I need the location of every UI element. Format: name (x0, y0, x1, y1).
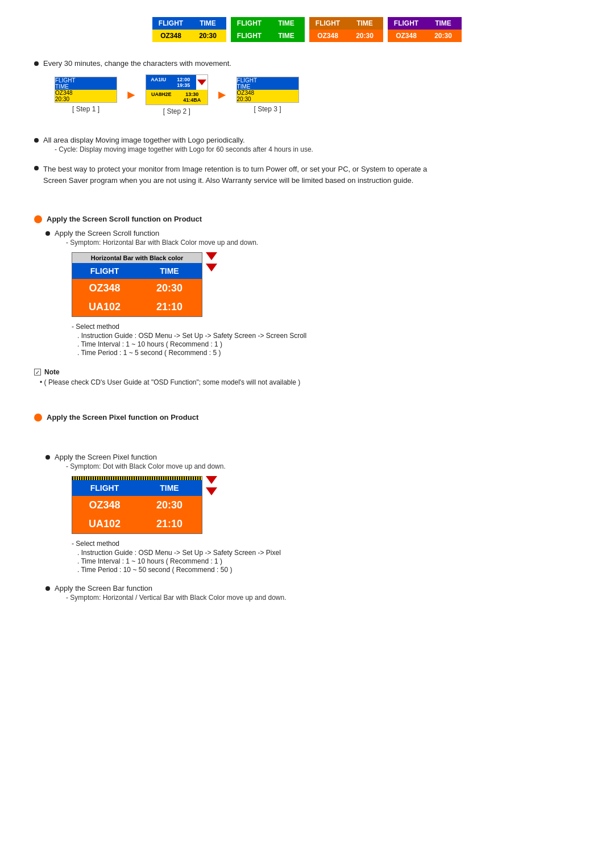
note-content: • ( Please check CD's User Guide at "OSD… (40, 378, 580, 386)
scr-bot-r: 13:3041:4BA (177, 90, 208, 105)
bullet1-text: Every 30 minutes, change the characters … (43, 59, 299, 68)
screen-scroll-title: Apply the Screen Scroll function on Prod… (47, 215, 202, 223)
s3-bot-left: OZ348 (237, 90, 298, 96)
down-arrows-scroll (206, 252, 217, 272)
select-method-scroll: - Select method . Instruction Guide : OS… (72, 323, 306, 357)
scr-top-r: 12:0019:35 (171, 75, 196, 90)
p1-bot-left: OZ348 (152, 30, 189, 42)
step2-label: [ Step 2 ] (163, 107, 190, 115)
px-r2-right: 20:30 (137, 496, 202, 515)
s1-bot-left: OZ348 (55, 90, 117, 96)
sm-title-scroll: - Select method (72, 323, 306, 331)
bar-sub2: Apply the Screen Bar function (55, 584, 287, 592)
step1-label: [ Step 1 ] (72, 105, 99, 113)
step3-label: [ Step 3 ] (254, 105, 281, 113)
p3-top-right: TIME (346, 17, 383, 30)
screen-scroll-content: Apply the Screen Scroll function - Sympt… (45, 229, 580, 362)
scr-bot-l: UA8Н2E (146, 90, 177, 105)
bullet-dot-2 (34, 138, 39, 143)
s3-top-left: FLIGHT (237, 77, 298, 84)
hbar-r2-right: 20:30 (137, 279, 202, 298)
down-arrows-pixel (206, 476, 217, 495)
p2-top-left: FLIGHT (231, 17, 268, 30)
pixel-table: FLIGHT TIME OZ348 20:30 UA102 21:10 (72, 476, 202, 534)
panel-3: FLIGHT TIME OZ348 20:30 (309, 17, 383, 42)
p3-bot-right: 20:30 (346, 30, 383, 42)
scr-top-l: AA1IU (146, 75, 171, 90)
pixel-bullet-dot (45, 455, 50, 460)
hbar-table: Horizontal Bar with Black color FLIGHT T… (72, 252, 202, 317)
bullet3-text: The best way to protect your monitor fro… (43, 164, 430, 186)
bullet-dot-1 (34, 61, 39, 66)
arrow-down-1 (206, 252, 217, 260)
hbar-r2-left: OZ348 (72, 279, 137, 298)
bullet-section-3: The best way to protect your monitor fro… (34, 164, 580, 186)
s1-top-left: FLIGHT (55, 77, 117, 84)
step2-panel: AA1IU 12:0019:35 UA8Н2E 13:3041:4BA (146, 74, 208, 105)
p1-top-right: TIME (189, 17, 226, 30)
screen-pixel-header: Apply the Screen Pixel function on Produ… (34, 413, 580, 422)
px-r3-left: UA102 (72, 515, 137, 533)
hbar-r1-right: TIME (137, 263, 202, 279)
px-arrow-down-1 (206, 476, 217, 484)
step-diagram: FLIGHT TIME OZ348 20:30 [ Step 1 ] ► (55, 74, 299, 115)
bar-symptom: - Symptom: Horizontal / Vertical Bar wit… (66, 594, 287, 602)
s1-bot-right: 20:30 (55, 96, 117, 102)
bullet-section-2: All area display Moving image together w… (34, 136, 580, 153)
p2-bot-right: TIME (268, 30, 305, 42)
sm-line-scroll-3: . Time Period : 1 ~ 5 second ( Recommend… (77, 349, 306, 357)
pixel-row-2: OZ348 20:30 (72, 496, 202, 515)
note-section: ✓ Note • ( Please check CD's User Guide … (34, 368, 580, 386)
panel-2: FLIGHT TIME FLIGHT TIME (231, 17, 305, 42)
panel-4: FLIGHT TIME OZ348 20:30 (388, 17, 462, 42)
bullet-section-1: Every 30 minutes, change the characters … (34, 59, 580, 126)
px-r1-left: FLIGHT (72, 480, 137, 496)
p3-bot-left: OZ348 (309, 30, 346, 42)
p4-bot-left: OZ348 (388, 30, 425, 42)
select-method-pixel: - Select method . Instruction Guide : OS… (72, 540, 281, 574)
step2-box: AA1IU 12:0019:35 UA8Н2E 13:3041:4BA [ St… (146, 74, 208, 115)
step3-box: FLIGHT TIME OZ348 20:30 [ Step 3 ] (237, 77, 299, 113)
p2-bot-left: FLIGHT (231, 30, 268, 42)
sm-line-pixel-1: . Instruction Guide : OSD Menu -> Set Up… (77, 549, 281, 557)
pixel-symptom: - Symptom: Dot with Black Color move up … (66, 462, 281, 470)
note-header: Note (44, 368, 60, 376)
note-checkbox-icon: ✓ (34, 369, 41, 375)
px-r2-left: OZ348 (72, 496, 137, 515)
hbar-r3-right: 21:10 (137, 298, 202, 316)
arrow-down-2 (206, 264, 217, 272)
p4-top-right: TIME (425, 17, 462, 30)
arrow-1: ► (125, 87, 138, 102)
s1-top-right: TIME (55, 84, 117, 90)
step3-panel: FLIGHT TIME OZ348 20:30 (237, 77, 299, 103)
hbar-header: Horizontal Bar with Black color (72, 253, 202, 263)
hbar-row-2: OZ348 20:30 (72, 279, 202, 298)
bullet2-text: All area display Moving image together w… (43, 136, 313, 144)
step1-panel: FLIGHT TIME OZ348 20:30 (55, 77, 117, 103)
scroll-sub1: Apply the Screen Scroll function (55, 229, 306, 237)
sm-title-pixel: - Select method (72, 540, 281, 548)
p4-top-left: FLIGHT (388, 17, 425, 30)
pixel-sub1: Apply the Screen Pixel function (55, 453, 281, 461)
sm-line-scroll-2: . Time Interval : 1 ~ 10 hours ( Recomme… (77, 340, 306, 348)
bullet-dot-3 (34, 166, 39, 170)
pixel-table-container: FLIGHT TIME OZ348 20:30 UA102 21:10 (72, 476, 281, 534)
p4-bot-right: 20:30 (425, 30, 462, 42)
px-arrow-down-2 (206, 487, 217, 495)
sm-line-scroll-1: . Instruction Guide : OSD Menu -> Set Up… (77, 332, 306, 340)
s3-bot-right: 20:30 (237, 96, 298, 102)
hbar-r3-left: UA102 (72, 298, 137, 316)
p2-top-right: TIME (268, 17, 305, 30)
bullet2-sub: - Cycle: Display moving image together w… (55, 145, 313, 153)
scroll-symptom: - Symptom: Horizontal Bar with Black Col… (66, 239, 306, 247)
pixel-row-1: FLIGHT TIME (72, 480, 202, 496)
arrow-2: ► (216, 87, 229, 102)
s3-top-right: TIME (237, 84, 298, 90)
screen-pixel-title: Apply the Screen Pixel function on Produ… (47, 413, 198, 422)
p3-top-left: FLIGHT (309, 17, 346, 30)
p1-top-left: FLIGHT (152, 17, 189, 30)
bar-bullet-dot (45, 586, 50, 591)
pixel-row-3: UA102 21:10 (72, 515, 202, 533)
screen-pixel-content: Apply the Screen Pixel function - Sympto… (45, 453, 580, 602)
circle-icon-pixel (34, 414, 42, 422)
